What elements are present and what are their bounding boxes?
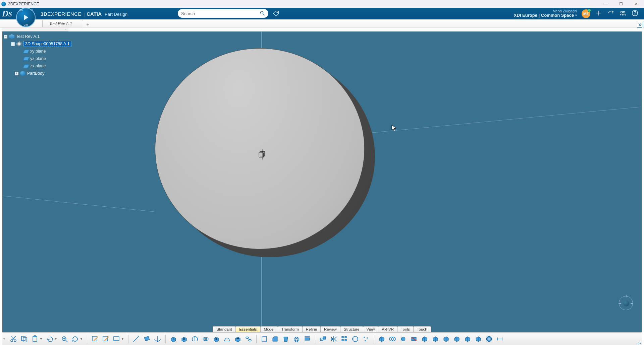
collaborative-space[interactable]: XDI Europe | Common Space▾ <box>514 13 577 18</box>
pad-icon[interactable] <box>168 334 178 344</box>
search-icon[interactable] <box>260 10 265 17</box>
tree-panel-header[interactable]: ‹ <box>2 27 68 31</box>
ds-logo-icon[interactable]: DS <box>2 9 16 19</box>
tree-plane-yz[interactable]: yz plane <box>30 56 46 61</box>
positioned-sketch-icon[interactable] <box>101 334 111 344</box>
tree-root-label[interactable]: Test Rév A.1 <box>16 34 40 39</box>
svg-point-32 <box>203 337 208 341</box>
tree-collapse-icon[interactable]: ‹ <box>65 28 66 31</box>
add-icon[interactable] <box>595 9 602 18</box>
sketch-icon[interactable] <box>90 334 100 344</box>
tree-twist-shape[interactable] <box>11 42 15 46</box>
add-body-icon[interactable] <box>377 334 387 344</box>
fit-all-icon[interactable] <box>59 334 69 344</box>
paste-dropdown[interactable]: ▼ <box>40 337 43 341</box>
ribbon-tab-structure[interactable]: Structure <box>340 326 363 332</box>
dropdown-icon[interactable] <box>111 334 121 344</box>
pocket-icon[interactable] <box>179 334 189 344</box>
resize-grip-icon[interactable] <box>636 340 641 344</box>
ribbon-tab-transform[interactable]: Transform <box>278 326 303 332</box>
shaft-icon[interactable] <box>190 334 200 344</box>
thickness-icon[interactable] <box>302 334 312 344</box>
compass-icon[interactable]: 3D V V.R <box>16 8 36 27</box>
user-block[interactable]: Mehdi Zougaghi XDI Europe | Common Space… <box>514 10 577 18</box>
share-icon[interactable] <box>607 9 614 18</box>
shell-icon[interactable] <box>291 334 302 344</box>
axis-system-icon[interactable] <box>153 334 163 344</box>
refresh-dropdown[interactable]: ▼ <box>80 337 83 341</box>
cube-b-icon[interactable] <box>463 334 473 344</box>
refresh-icon[interactable] <box>70 334 80 344</box>
draft-icon[interactable] <box>281 334 291 344</box>
svg-point-52 <box>364 337 365 338</box>
cube-a-icon[interactable] <box>452 334 462 344</box>
tree-plane-xy[interactable]: xy plane <box>30 49 46 54</box>
ribbon-tab-model[interactable]: Model <box>260 326 278 332</box>
groove-icon[interactable] <box>201 334 211 344</box>
rib-icon[interactable] <box>222 334 232 344</box>
hole-icon[interactable] <box>211 334 221 344</box>
3d-viewport[interactable]: Test Rév A.1 3D Shape00051788 A.1 xy pla… <box>2 31 642 345</box>
help-icon[interactable] <box>631 9 639 18</box>
feature-tree[interactable]: Test Rév A.1 3D Shape00051788 A.1 xy pla… <box>4 33 71 77</box>
tag-icon[interactable] <box>272 10 280 18</box>
tab-add-button[interactable]: + <box>83 22 93 27</box>
translate-icon[interactable] <box>318 334 328 344</box>
undo-icon[interactable] <box>45 334 55 344</box>
rect-pattern-icon[interactable] <box>339 334 350 344</box>
origin-marker-icon[interactable] <box>257 149 268 160</box>
ribbon-tab-view[interactable]: View <box>363 326 379 332</box>
plane-tool-icon[interactable] <box>142 334 152 344</box>
ribbon-tab-essentials[interactable]: Essentials <box>235 326 260 332</box>
compass-label-v: V <box>31 9 33 12</box>
close-button[interactable]: ✕ <box>629 0 644 8</box>
dropdown-dropdown[interactable]: ▼ <box>121 337 124 341</box>
svg-rect-38 <box>305 338 310 340</box>
axis-line-left <box>2 196 154 212</box>
user-pattern-icon[interactable] <box>361 334 371 344</box>
search-input[interactable] <box>181 11 260 16</box>
copy-icon[interactable] <box>19 334 29 344</box>
ribbon-tab-standard[interactable]: Standard <box>213 326 236 332</box>
ribbon-tab-ar-vr[interactable]: AR-VR <box>378 326 397 332</box>
maximize-button[interactable]: ☐ <box>613 0 629 8</box>
search-box[interactable] <box>178 9 268 18</box>
tree-twist-root[interactable] <box>4 35 7 39</box>
multi-sections-icon[interactable] <box>244 334 254 344</box>
community-icon[interactable] <box>619 9 627 18</box>
tree-plane-zx[interactable]: zx plane <box>30 64 46 68</box>
ribbon-tab-review[interactable]: Review <box>320 326 340 332</box>
avatar[interactable]: MZ <box>582 9 590 18</box>
body-2-icon[interactable] <box>430 334 440 344</box>
chamfer-icon[interactable] <box>270 334 280 344</box>
body-1-icon[interactable] <box>420 334 430 344</box>
union-icon[interactable] <box>387 334 397 344</box>
minimize-button[interactable]: — <box>598 0 613 8</box>
mirror-icon[interactable] <box>329 334 339 344</box>
slot-icon[interactable] <box>233 334 243 344</box>
partbody-icon <box>20 71 25 76</box>
tree-shape-label[interactable]: 3D Shape00051788 A.1 <box>23 41 71 47</box>
constraint-icon[interactable] <box>495 334 505 344</box>
circ-pattern-icon[interactable] <box>350 334 360 344</box>
cube-c-icon[interactable] <box>473 334 483 344</box>
ribbon-tab-touch[interactable]: Touch <box>413 326 431 332</box>
ribbon-tab-tools[interactable]: Tools <box>397 326 414 332</box>
intersect-icon[interactable] <box>398 334 408 344</box>
remove-lump-icon[interactable] <box>409 334 419 344</box>
body-3-icon[interactable] <box>441 334 451 344</box>
tree-partbody-label[interactable]: PartBody <box>27 71 44 76</box>
edge-fillet-icon[interactable] <box>259 334 269 344</box>
material-icon[interactable] <box>484 334 494 344</box>
view-compass-icon[interactable] <box>619 296 633 310</box>
tab-active[interactable]: Test Rév A.1 <box>42 20 83 27</box>
collapse-panels-button[interactable] <box>637 22 643 28</box>
paste-icon[interactable] <box>30 334 40 344</box>
brand-block: 3DEXPERIENCE | CATIA Part Design <box>41 11 127 17</box>
line-icon[interactable] <box>131 334 141 344</box>
ribbon-tab-refine[interactable]: Refine <box>302 326 321 332</box>
tree-twist-body[interactable] <box>15 72 18 75</box>
cut-icon[interactable] <box>8 334 18 344</box>
toolbar-handle-icon[interactable]: ▾ <box>3 337 7 341</box>
undo-dropdown[interactable]: ▼ <box>54 337 58 341</box>
